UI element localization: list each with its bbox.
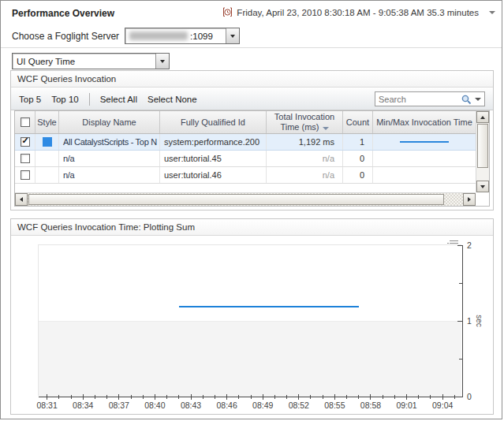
table-horizontal-scrollbar[interactable] xyxy=(15,192,476,206)
column-header-fully-qualified-id[interactable]: Fully Qualified Id xyxy=(160,111,267,133)
x-tick-minor xyxy=(418,395,419,399)
time-range-selector[interactable]: Friday, April 23, 2010 8:30:18 AM - 9:05… xyxy=(222,7,495,17)
server-label: Choose a Foglight Server xyxy=(12,31,119,42)
cell-count: 1 xyxy=(343,134,373,150)
queries-table-content: Style Display Name Fully Qualified Id To… xyxy=(15,111,476,192)
cell-fully-qualified-id: user:tutorial.46 xyxy=(160,167,267,183)
chart-region: 012sec08:3108:3408:3708:4008:4308:4608:4… xyxy=(11,237,493,414)
magnifier-icon[interactable] xyxy=(461,94,472,105)
x-tick-minor xyxy=(394,395,395,399)
x-tick-minor xyxy=(358,395,359,399)
cell-total-invocation-time: n/a xyxy=(267,167,343,183)
select-all-checkbox-header[interactable] xyxy=(15,111,35,133)
time-series-chart[interactable]: 012sec08:3108:3408:3708:4008:4308:4608:4… xyxy=(38,244,461,396)
x-tick-minor xyxy=(143,395,144,399)
row-checkbox[interactable] xyxy=(21,154,30,163)
search-options-caret-icon[interactable] xyxy=(475,98,481,101)
chart-panel-title: WCF Queries Invocation Time: Plotting Su… xyxy=(11,219,493,236)
x-tick-major xyxy=(334,394,335,400)
x-tick-label: 09:01 xyxy=(396,401,416,410)
x-tick-major xyxy=(298,394,299,400)
scroll-up-button[interactable] xyxy=(476,111,489,123)
server-select-dropdown-button[interactable] xyxy=(226,28,239,43)
x-tick-minor xyxy=(58,395,59,399)
series-color-swatch xyxy=(43,137,52,147)
cell-style xyxy=(35,151,59,166)
horizontal-scroll-thumb[interactable] xyxy=(28,194,444,205)
x-tick-minor xyxy=(215,395,215,399)
x-tick-major xyxy=(83,394,84,400)
y-tick-label: 1 xyxy=(467,316,472,326)
clock-icon xyxy=(222,7,233,17)
cell-checkbox xyxy=(15,134,35,150)
sort-desc-icon xyxy=(323,127,329,130)
x-tick-minor xyxy=(178,395,179,399)
scroll-right-button[interactable] xyxy=(463,193,476,206)
x-tick-major xyxy=(47,394,47,400)
server-row: Choose a Foglight Server :1099 xyxy=(12,28,240,44)
x-tick-major xyxy=(370,394,371,400)
cell-checkbox xyxy=(15,167,35,183)
table-row[interactable]: All CatalystScripts - Top N system:perfo… xyxy=(15,134,476,151)
column-header-style[interactable]: Style xyxy=(35,111,59,133)
page-title: Performance Overview xyxy=(12,8,114,19)
x-tick-major xyxy=(226,394,227,400)
queries-panel-title: WCF Queries Invocation xyxy=(11,71,493,88)
cell-minmax-sparkline xyxy=(373,134,476,150)
x-tick-label: 08:52 xyxy=(289,401,309,410)
server-select[interactable]: :1099 xyxy=(125,28,240,44)
x-tick-major xyxy=(263,394,263,400)
x-tick-label: 08:46 xyxy=(216,401,237,410)
table-header-row: Style Display Name Fully Qualified Id To… xyxy=(15,111,476,134)
y-tick-minor xyxy=(459,359,462,360)
row-checkbox[interactable] xyxy=(21,137,30,147)
table-vertical-scrollbar[interactable] xyxy=(476,111,489,192)
cell-total-invocation-time: n/a xyxy=(267,151,343,166)
column-header-count[interactable]: Count xyxy=(343,111,373,133)
cell-display-name: n/a xyxy=(59,167,160,183)
cell-style xyxy=(35,167,59,183)
x-tick-minor xyxy=(71,395,72,399)
metric-select[interactable]: UI Query Time xyxy=(12,53,170,69)
top5-button[interactable]: Top 5 xyxy=(19,95,41,104)
scroll-down-button[interactable] xyxy=(476,181,489,192)
time-range-label: Friday, April 23, 2010 8:30:18 AM - 9:05… xyxy=(237,8,479,17)
table-row[interactable]: n/a user:tutorial.45 n/a 0 xyxy=(15,151,476,167)
select-none-button[interactable]: Select None xyxy=(147,95,197,104)
column-header-minmax[interactable]: Min/Max Invocation Time xyxy=(373,111,476,133)
y-tick-major xyxy=(457,397,462,397)
table-row[interactable]: n/a user:tutorial.46 n/a 0 xyxy=(15,167,476,184)
x-tick-minor xyxy=(430,395,431,399)
scroll-left-button[interactable] xyxy=(15,193,28,206)
y-tick-minor xyxy=(459,283,462,284)
cell-count: 0 xyxy=(343,151,373,166)
x-tick-minor xyxy=(454,395,455,399)
select-all-button[interactable]: Select All xyxy=(100,95,137,104)
server-port: :1099 xyxy=(190,32,213,41)
server-host-redacted xyxy=(129,32,188,40)
cell-fully-qualified-id: user:tutorial.45 xyxy=(160,151,267,166)
x-tick-minor xyxy=(346,395,347,399)
y-axis-unit-label: sec xyxy=(475,315,483,327)
vertical-scroll-thumb[interactable] xyxy=(477,124,488,168)
metric-select-dropdown-button[interactable] xyxy=(155,54,169,69)
top10-button[interactable]: Top 10 xyxy=(51,95,79,104)
x-tick-minor xyxy=(131,395,132,399)
x-tick-minor xyxy=(166,395,167,399)
x-tick-minor xyxy=(238,395,239,399)
x-tick-label: 09:04 xyxy=(432,401,453,410)
queries-panel: WCF Queries Invocation Top 5 Top 10 Sele… xyxy=(10,70,494,210)
row-checkbox[interactable] xyxy=(21,170,30,180)
column-header-total-invocation-time[interactable]: Total Invocation Time (ms) xyxy=(267,111,343,133)
search-input[interactable] xyxy=(379,95,461,104)
time-range-caret-icon[interactable] xyxy=(489,11,495,14)
y-tick-label: 2 xyxy=(467,240,472,250)
header-checkbox[interactable] xyxy=(21,117,30,127)
column-header-display-name[interactable]: Display Name xyxy=(59,111,160,133)
search-box xyxy=(375,91,485,106)
chart-panel: WCF Queries Invocation Time: Plotting Su… xyxy=(10,218,494,415)
cell-count: 0 xyxy=(343,167,373,183)
x-tick-minor xyxy=(203,395,203,399)
y-tick-major xyxy=(457,321,462,322)
x-tick-minor xyxy=(286,395,287,399)
